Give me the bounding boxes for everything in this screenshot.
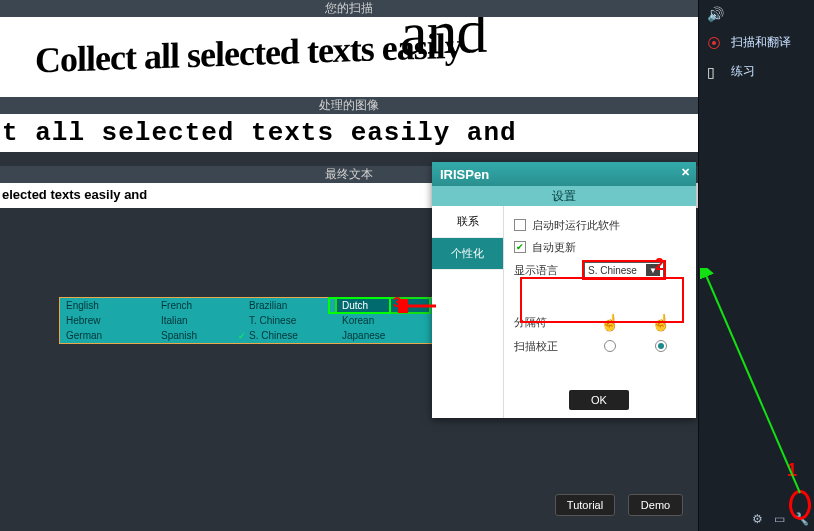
sidebar-label-scan-translate: 扫描和翻译 (731, 34, 791, 51)
run-at-start-label: 启动时运行此软件 (532, 218, 620, 233)
language-option[interactable]: Spanish (155, 328, 243, 343)
wifi-icon: ⦿ (707, 35, 723, 51)
language-option[interactable]: German (60, 328, 155, 343)
language-option[interactable]: English (60, 298, 155, 313)
scan-correct-radio-off[interactable] (604, 340, 616, 352)
sidebar-item-speaker[interactable]: 🔊 (699, 0, 814, 28)
sidebar-label-practice: 练习 (731, 63, 755, 80)
scan-image-area: Collect all selected texts easily and (0, 17, 698, 97)
scan-text-and: and (400, 17, 487, 70)
gear-icon[interactable]: ⚙ (748, 511, 766, 527)
book-icon[interactable]: ▭ (770, 511, 788, 527)
display-language-dropdown[interactable]: S. Chinese ▼ (584, 262, 664, 278)
language-option[interactable]: French (155, 298, 243, 313)
scan-panel-header: 您的扫描 (0, 0, 698, 17)
speaker-icon: 🔊 (707, 6, 723, 22)
dialog-header: IRISPen ✕ (432, 162, 696, 186)
tab-personalize[interactable]: 个性化 (432, 238, 503, 270)
auto-update-label: 自动更新 (532, 240, 576, 255)
sidebar-item-practice[interactable]: ▯ 练习 (699, 57, 814, 86)
language-option[interactable]: Japanese (336, 328, 430, 343)
annotation-number-3: 3 (393, 293, 401, 310)
display-language-label: 显示语言 (514, 263, 584, 278)
right-sidebar: 🔊 ⦿ 扫描和翻译 ▯ 练习 ⚙ ▭ 🔧 (698, 0, 814, 531)
run-at-start-checkbox[interactable] (514, 219, 526, 231)
dialog-brand: IRISPen (440, 167, 489, 182)
scan-correct-radio-on[interactable] (655, 340, 667, 352)
scan-text: Collect all selected texts easily (35, 26, 462, 81)
processed-text: t all selected texts easily and (2, 118, 517, 148)
scan-correct-label: 扫描校正 (514, 339, 584, 354)
annotation-circle-1 (789, 490, 811, 520)
dialog-side-tabs: 联系 个性化 (432, 206, 504, 418)
tutorial-button[interactable]: Tutorial (555, 494, 615, 516)
sidebar-item-scan-translate[interactable]: ⦿ 扫描和翻译 (699, 28, 814, 57)
demo-button[interactable]: Demo (628, 494, 683, 516)
auto-update-checkbox[interactable]: ✔ (514, 241, 526, 253)
close-icon[interactable]: ✕ (681, 166, 690, 179)
annotation-number-1: 1 (787, 460, 797, 481)
annotation-rect-dutch (328, 297, 391, 314)
language-option[interactable]: S. Chinese (243, 328, 336, 343)
language-option[interactable]: Hebrew (60, 313, 155, 328)
processed-panel-header: 处理的图像 (0, 97, 698, 114)
language-option[interactable]: Brazilian (243, 298, 336, 313)
annotation-number-2: 2 (655, 256, 664, 274)
language-option[interactable]: Italian (155, 313, 243, 328)
display-language-value: S. Chinese (588, 265, 637, 276)
processed-image-area: t all selected texts easily and (0, 114, 698, 152)
document-icon: ▯ (707, 64, 723, 80)
ok-button[interactable]: OK (569, 390, 629, 410)
annotation-rect-dropdown (520, 277, 684, 323)
language-option[interactable]: T. Chinese (243, 313, 336, 328)
language-option[interactable]: Korean (336, 313, 430, 328)
tab-contact[interactable]: 联系 (432, 206, 503, 238)
dialog-title: 设置 (432, 186, 696, 206)
